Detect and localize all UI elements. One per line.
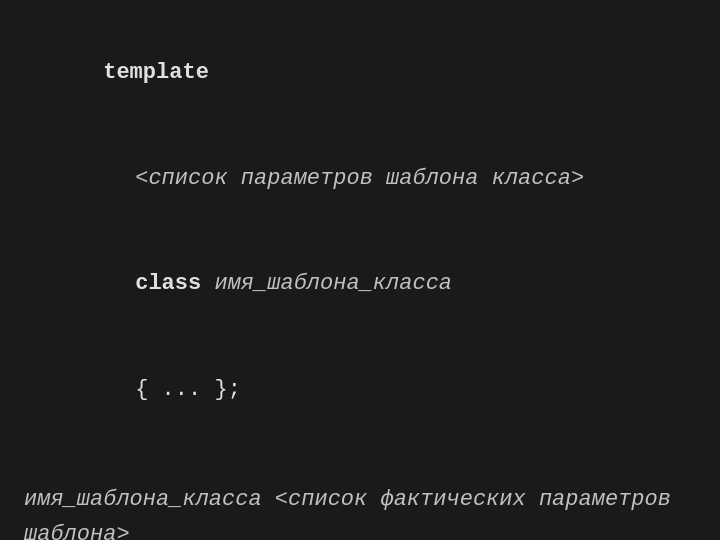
usage-line: имя_шаблона_класса <список фактических п…	[24, 482, 696, 540]
class-line: class имя_шаблона_класса	[24, 231, 696, 337]
class-keyword: class	[135, 271, 201, 296]
template-keyword-line: template	[24, 20, 696, 126]
param-list-line: <список параметров шаблона класса>	[24, 126, 696, 232]
class-name	[201, 271, 214, 296]
usage-block: имя_шаблона_класса <список фактических п…	[24, 482, 696, 540]
template-definition-block: template <список параметров шаблона клас…	[24, 20, 696, 442]
class-name-text: имя_шаблона_класса	[214, 271, 452, 296]
template-keyword: template	[103, 60, 209, 85]
usage-class-name: имя_шаблона_класса	[24, 487, 262, 512]
body-line: { ... };	[24, 337, 696, 443]
param-list: <список параметров шаблона класса>	[135, 166, 584, 191]
body-text: { ... };	[135, 377, 241, 402]
code-container: template <список параметров шаблона клас…	[0, 0, 720, 540]
